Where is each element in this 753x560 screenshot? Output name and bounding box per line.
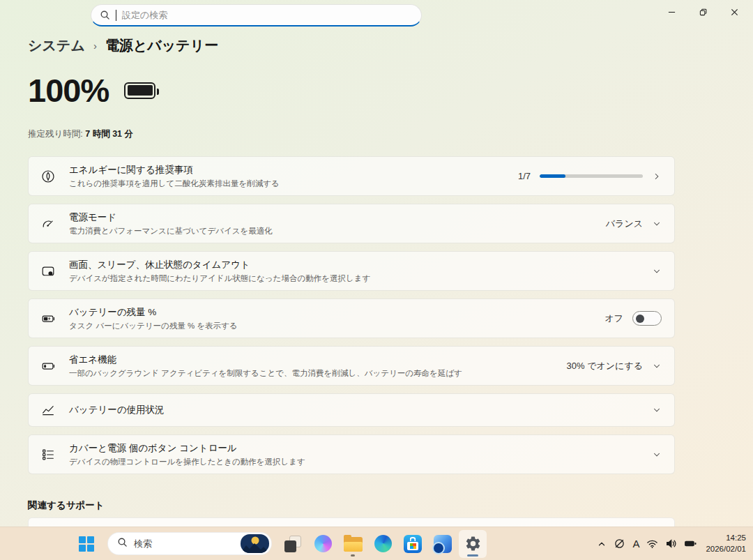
battery-bolt-icon <box>40 311 56 326</box>
chevron-down-icon[interactable] <box>652 266 662 276</box>
settings-button[interactable] <box>459 530 487 558</box>
related-support-heading: 関連するサポート <box>28 499 105 512</box>
chevron-down-icon[interactable] <box>652 405 662 415</box>
related-support-card-partial[interactable] <box>28 517 675 527</box>
card-subtitle: デバイスの物理コントロールを操作したときの動作を選択します <box>69 457 652 467</box>
chevron-right-icon[interactable] <box>652 172 662 181</box>
card-title: 画面、スリープ、休止状態のタイムアウト <box>69 259 652 271</box>
tray-overflow-button[interactable] <box>593 530 610 558</box>
card-text: 画面、スリープ、休止状態のタイムアウト デバイスが指定された時間にわたりアイドル… <box>69 259 652 284</box>
taskbar-search-label: 検索 <box>134 538 234 550</box>
breadcrumb: システム › 電源とバッテリー <box>28 36 218 55</box>
card-controls: オフ <box>604 311 662 326</box>
outlook-icon <box>434 535 452 553</box>
card-subtitle: 電力消費とパフォーマンスに基づいてデバイスを最適化 <box>69 226 606 236</box>
screen-sleep-icon <box>40 264 56 279</box>
restore-button[interactable] <box>687 0 719 24</box>
card-subtitle: 一部のバックグラウンド アクティビティを制限することで、電力消費を削減し、バッテ… <box>69 368 567 379</box>
card-screen-sleep-timeouts[interactable]: 画面、スリープ、休止状態のタイムアウト デバイスが指定された時間にわたりアイドル… <box>28 251 675 291</box>
system-tray: A 14:25 2026/02/01 <box>593 530 746 558</box>
estimate-value: 7 時間 31 分 <box>85 129 133 139</box>
card-text: エネルギーに関する推奨事項 これらの推奨事項を適用して二酸化炭素排出量を削減する <box>69 164 518 189</box>
card-energy-recommendations[interactable]: エネルギーに関する推奨事項 これらの推奨事項を適用して二酸化炭素排出量を削減する… <box>28 156 675 196</box>
search-icon <box>117 537 128 550</box>
card-controls: 1/7 <box>518 171 662 181</box>
text-caret <box>116 10 116 21</box>
page-title: 電源とバッテリー <box>105 36 218 55</box>
energy-progress-bar <box>540 174 643 178</box>
window-controls <box>656 0 750 24</box>
task-view-icon <box>284 536 301 552</box>
running-indicator <box>351 554 355 557</box>
battery-percent-toggle[interactable] <box>632 311 662 326</box>
card-title: 省エネ機能 <box>69 354 567 366</box>
task-view-button[interactable] <box>279 530 307 558</box>
file-explorer-icon <box>344 537 363 552</box>
settings-window: 設定の検索 システム › 電源とバッテリー 100% 推定残り時間: 7 時間 … <box>0 0 753 560</box>
card-subtitle: デバイスが指定された時間にわたりアイドル状態になった場合の動作を選択します <box>69 273 652 284</box>
search-highlight-image <box>241 534 269 553</box>
checklist-icon <box>40 447 56 462</box>
estimate-label: 推定残り時間: <box>28 129 83 139</box>
settings-gear-icon <box>464 535 482 552</box>
wifi-button[interactable] <box>643 530 662 558</box>
taskbar-apps: 検索 <box>73 530 487 558</box>
line-chart-icon <box>40 402 56 418</box>
breadcrumb-system[interactable]: システム <box>28 36 85 55</box>
file-explorer-button[interactable] <box>339 530 367 558</box>
start-button[interactable] <box>73 530 100 558</box>
battery-leaf-icon <box>40 358 56 374</box>
card-title: バッテリーの使用状況 <box>69 404 652 416</box>
chevron-separator-icon: › <box>93 40 97 52</box>
toggle-state-label: オフ <box>604 312 623 325</box>
card-title: エネルギーに関する推奨事項 <box>69 164 518 176</box>
chevron-down-icon[interactable] <box>652 219 662 229</box>
card-controls <box>652 266 662 276</box>
copilot-button[interactable] <box>309 530 337 558</box>
taskbar-search-button[interactable]: 検索 <box>107 532 272 555</box>
volume-button[interactable] <box>662 530 680 558</box>
taskbar: 検索 <box>0 527 753 560</box>
ime-mode-indicator: A <box>632 538 639 550</box>
ime-mode-button[interactable]: A <box>629 530 643 558</box>
minimize-button[interactable] <box>656 0 687 24</box>
battery-percent: 100% <box>28 71 109 109</box>
chevron-down-icon[interactable] <box>652 361 662 371</box>
card-power-mode[interactable]: 電源モード 電力消費とパフォーマンスに基づいてデバイスを最適化 バランス <box>28 204 675 243</box>
card-battery-percentage[interactable]: バッテリーの残量 % タスク バーにバッテリーの残量 % を表示する オフ <box>28 298 675 338</box>
card-title: カバーと電源 個のボタン コントロール <box>69 442 652 455</box>
energy-progress-count: 1/7 <box>518 171 531 181</box>
battery-full-icon <box>124 82 155 99</box>
card-energy-saver[interactable]: 省エネ機能 一部のバックグラウンド アクティビティを制限することで、電力消費を削… <box>28 346 675 386</box>
clock[interactable]: 14:25 2026/02/01 <box>706 533 746 554</box>
power-mode-value: バランス <box>606 218 643 230</box>
card-text: バッテリーの残量 % タスク バーにバッテリーの残量 % を表示する <box>69 306 604 331</box>
outlook-button[interactable] <box>429 530 457 558</box>
settings-cards: エネルギーに関する推奨事項 これらの推奨事項を適用して二酸化炭素排出量を削減する… <box>28 156 675 474</box>
battery-tray-icon <box>684 538 697 550</box>
battery-tray-button[interactable] <box>680 530 701 558</box>
edge-button[interactable] <box>369 530 397 558</box>
wifi-icon <box>646 538 658 550</box>
clock-time: 14:25 <box>706 533 746 544</box>
settings-search-input[interactable]: 設定の検索 <box>91 4 422 27</box>
card-text: 省エネ機能 一部のバックグラウンド アクティビティを制限することで、電力消費を削… <box>69 354 567 379</box>
chevron-down-icon[interactable] <box>652 450 662 460</box>
search-icon <box>100 10 110 20</box>
windows-logo-icon <box>79 536 94 552</box>
card-text: バッテリーの使用状況 <box>69 404 652 416</box>
battery-status: 100% <box>28 71 155 109</box>
card-lid-power-controls[interactable]: カバーと電源 個のボタン コントロール デバイスの物理コントロールを操作したとき… <box>28 434 675 474</box>
leaf-circle-icon <box>40 169 56 184</box>
microsoft-store-button[interactable] <box>399 530 427 558</box>
onedrive-status-button[interactable] <box>610 530 629 558</box>
close-button[interactable] <box>719 0 750 24</box>
clock-date: 2026/02/01 <box>706 544 746 555</box>
card-controls <box>652 405 662 415</box>
active-indicator <box>467 554 478 557</box>
card-controls <box>652 450 662 460</box>
copilot-icon <box>314 535 332 552</box>
card-controls: バランス <box>606 218 662 230</box>
energy-progress-fill <box>540 174 565 178</box>
card-battery-usage[interactable]: バッテリーの使用状況 <box>28 393 675 427</box>
